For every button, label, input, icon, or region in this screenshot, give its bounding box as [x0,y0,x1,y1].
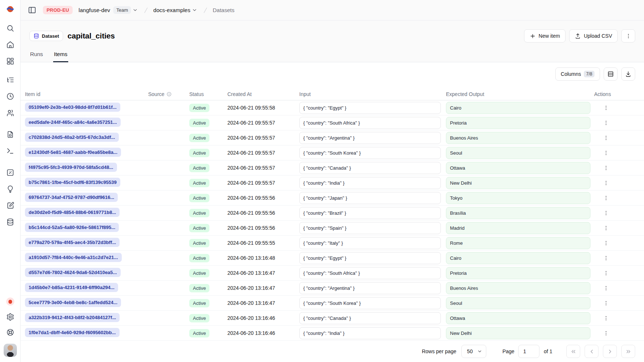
expected-output-value-box[interactable]: Buenos Aires [446,282,590,294]
row-actions-button[interactable] [601,284,611,293]
expected-output-value-box[interactable]: Pretoria [446,267,590,279]
recording-indicator[interactable] [6,298,14,306]
row-actions-button[interactable] [601,254,611,263]
expected-output-value-box[interactable]: Cairo [446,102,590,114]
expected-output-value-box[interactable]: Madrid [446,222,590,234]
input-value-box[interactable]: { "country": "Egypt" } [299,102,441,114]
row-actions-button[interactable] [601,329,611,338]
input-value-box[interactable]: { "country": "South Africa" } [299,267,441,279]
row-actions-button[interactable] [601,193,611,203]
item-id-badge[interactable]: 69764737-34af-4752-9787-d90df9616... [25,193,118,202]
expected-output-value-box[interactable]: Cairo [446,252,590,264]
input-value-box[interactable]: { "country": "Canada" } [299,312,441,324]
row-actions-button[interactable] [601,103,611,112]
input-value-box[interactable]: { "country": "Japan" } [299,192,441,204]
item-id-badge[interactable]: b75c7861-1fbe-45cf-bdf6-83f139c95539 [25,178,120,187]
home-icon[interactable] [6,41,14,49]
table-row[interactable]: e12430df-5e81-4687-aabb-f0ea65be8a... Ac… [21,145,644,160]
expected-output-value-box[interactable]: Pretoria [446,117,590,129]
input-value-box[interactable]: { "country": "Argentina" } [299,282,441,294]
search-icon[interactable] [6,24,14,32]
item-id-badge[interactable]: c702838d-24d5-40a2-bf35-67dc3a3df... [25,133,119,142]
langfuse-logo-icon[interactable] [6,5,14,13]
users-icon[interactable] [6,109,14,117]
item-id-badge[interactable]: 1d45b0e7-b85a-4231-9149-6ff90a294... [25,283,118,292]
table-row[interactable]: b75c7861-1fbe-45cf-bdf6-83f139c95539 Act… [21,176,644,191]
sidebar-toggle-icon[interactable] [27,5,37,15]
organization-chevron-down-icon[interactable] [132,7,139,14]
table-row[interactable]: f4975c95-5fc3-4939-970d-58fa5cd48... Act… [21,160,644,176]
row-actions-button[interactable] [601,208,611,218]
expected-output-value-box[interactable]: Rome [446,237,590,249]
project-name[interactable]: docs-examples [153,7,190,13]
organization-name[interactable]: langfuse-dev [78,7,110,13]
expected-output-value-box[interactable]: New Delhi [446,177,590,189]
input-value-box[interactable]: { "country": "South Korea" } [299,297,441,309]
row-actions-button[interactable] [601,314,611,323]
playground-terminal-icon[interactable] [6,147,14,155]
item-id-badge[interactable]: e779a270-579a-4f45-aec4-35b72d3bff... [25,238,120,247]
row-actions-button[interactable] [601,148,611,158]
tab-runs[interactable]: Runs [29,51,44,62]
rows-per-page-select[interactable]: 50 [461,345,486,358]
table-row[interactable]: b5c144cd-52a5-4a80-926e-58617f895... Act… [21,221,644,236]
input-value-box[interactable]: { "country": "Argentina" } [299,132,441,144]
expected-output-value-box[interactable]: Tokyo [446,192,590,204]
prompts-icon[interactable] [6,130,14,138]
input-value-box[interactable]: { "country": "India" } [299,327,441,339]
table-row[interactable]: 69764737-34af-4752-9787-d90df9616... Act… [21,191,644,206]
row-actions-button[interactable] [601,224,611,233]
user-avatar[interactable] [4,344,17,357]
annotation-pen-icon[interactable] [6,202,14,210]
row-actions-button[interactable] [601,163,611,173]
support-lifebuoy-icon[interactable] [6,328,14,336]
tab-items[interactable]: Items [53,51,68,62]
item-id-badge[interactable]: a322b319-9412-4f43-b8f2-b20484127f... [25,313,120,322]
row-actions-button[interactable] [601,178,611,188]
input-value-box[interactable]: { "country": "South Korea" } [299,147,441,159]
export-download-button[interactable] [621,67,635,81]
next-page-button[interactable] [603,345,617,358]
input-value-box[interactable]: { "country": "Italy" } [299,237,441,249]
page-number-input[interactable] [518,345,539,358]
item-id-badge[interactable]: e12430df-5e81-4687-aabb-f0ea65be8a... [25,148,121,157]
item-id-badge[interactable]: a1910d57-7f84-440c-9e46-a31c2d7e21... [25,253,122,262]
item-id-badge[interactable]: d557e7d6-7802-4624-9da6-52d410ea5... [25,268,121,277]
table-row[interactable]: 05109ef0-2e3b-4e03-98dd-8f7d01b61f... Ac… [21,100,644,115]
row-actions-button[interactable] [601,118,611,128]
tracing-icon[interactable] [6,76,14,84]
evaluation-percent-icon[interactable] [6,169,14,177]
expected-output-value-box[interactable]: Seoul [446,147,590,159]
input-value-box[interactable]: { "country": "Egypt" } [299,252,441,264]
expected-output-value-box[interactable]: Brasília [446,207,590,219]
row-actions-button[interactable] [601,269,611,278]
table-row[interactable]: a1910d57-7f84-440c-9e46-a31c2d7e21... Ac… [21,251,644,266]
table-row[interactable]: 5cee7779-3e00-4eb8-be8c-1affedd524... Ac… [21,296,644,311]
insights-lightbulb-icon[interactable] [6,185,14,193]
table-row[interactable]: a322b319-9412-4f43-b8f2-b20484127f... Ac… [21,311,644,326]
item-id-badge[interactable]: b5c144cd-52a5-4a80-926e-58617f895... [25,223,119,232]
expected-output-value-box[interactable]: Buenos Aires [446,132,590,144]
input-value-box[interactable]: { "country": "Canada" } [299,162,441,174]
item-id-badge[interactable]: de30d2e0-f5d9-4854-88b6-0619771b8... [25,208,120,217]
settings-gear-icon[interactable] [6,313,14,321]
input-value-box[interactable]: { "country": "South Africa" } [299,117,441,129]
sessions-clock-icon[interactable] [6,92,14,100]
table-row[interactable]: 1d45b0e7-b85a-4231-9149-6ff90a294... Act… [21,281,644,296]
table-row[interactable]: de30d2e0-f5d9-4854-88b6-0619771b8... Act… [21,206,644,221]
first-page-button[interactable] [566,345,580,358]
table-row[interactable]: eed5dafe-244f-465c-a84c-4a6e357251... Ac… [21,115,644,130]
row-actions-button[interactable] [601,239,611,248]
table-row[interactable]: 1f0e7da1-dbff-4e60-929d-f6095602bb... Ac… [21,326,644,341]
item-id-badge[interactable]: 1f0e7da1-dbff-4e60-929d-f6095602bb... [25,328,120,337]
last-page-button[interactable] [621,345,635,358]
item-id-badge[interactable]: 5cee7779-3e00-4eb8-be8c-1affedd524... [25,298,121,307]
upload-csv-button[interactable]: Upload CSV [569,29,618,43]
row-height-button[interactable] [604,67,618,81]
row-actions-button[interactable] [601,299,611,308]
input-value-box[interactable]: { "country": "Brazil" } [299,207,441,219]
expected-output-value-box[interactable]: Ottawa [446,312,590,324]
table-row[interactable]: d557e7d6-7802-4624-9da6-52d410ea5... Act… [21,266,644,281]
columns-button[interactable]: Columns 7/8 [555,67,600,81]
item-id-badge[interactable]: f4975c95-5fc3-4939-970d-58fa5cd48... [25,163,117,172]
